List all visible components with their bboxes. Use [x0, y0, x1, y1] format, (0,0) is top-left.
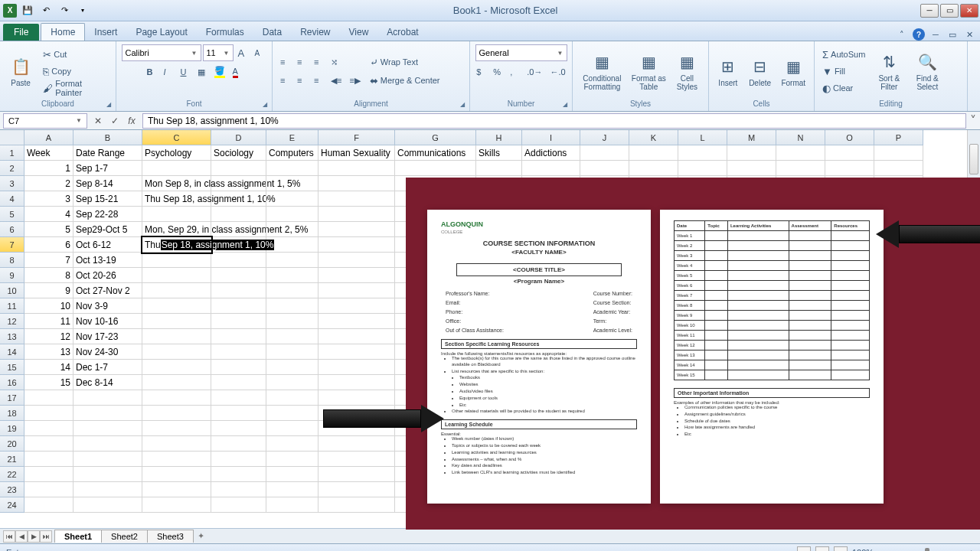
row-header-10[interactable]: 10	[0, 283, 24, 298]
column-header-K[interactable]: K	[629, 130, 678, 145]
row-header-18[interactable]: 18	[0, 406, 24, 421]
merge-center-button[interactable]: ⬌Merge & Center	[367, 73, 443, 88]
cell-A2[interactable]: 1	[24, 161, 74, 176]
doc-restore-button[interactable]: ▭	[946, 28, 959, 41]
cell-L1[interactable]	[678, 145, 727, 161]
tab-formulas[interactable]: Formulas	[197, 24, 253, 41]
cancel-edit-button[interactable]: ✕	[90, 113, 106, 129]
cell-F23[interactable]	[318, 482, 395, 497]
cell-D10[interactable]	[211, 283, 266, 298]
row-header-7[interactable]: 7	[0, 237, 24, 253]
row-header-5[interactable]: 5	[0, 207, 24, 222]
tab-home[interactable]: Home	[41, 23, 85, 41]
cell-F20[interactable]	[318, 436, 395, 452]
row-header-12[interactable]: 12	[0, 314, 24, 329]
grow-font-button[interactable]: A	[235, 45, 250, 60]
number-format-selector[interactable]: General▼	[475, 44, 567, 61]
close-button[interactable]: ✕	[960, 4, 978, 18]
confirm-edit-button[interactable]: ✓	[107, 113, 122, 129]
insert-cells-button[interactable]: ⊞Insert	[714, 46, 743, 96]
cell-F7[interactable]	[318, 237, 395, 253]
cell-L2[interactable]	[678, 161, 727, 176]
sheet-first-button[interactable]: ⏮	[3, 530, 15, 543]
increase-decimal-button[interactable]: .0→	[524, 64, 545, 80]
cell-E23[interactable]	[266, 482, 318, 497]
row-header-1[interactable]: 1	[0, 145, 24, 161]
cell-C23[interactable]	[142, 482, 211, 497]
cell-A23[interactable]	[24, 482, 74, 497]
row-header-3[interactable]: 3	[0, 176, 24, 191]
select-all-corner[interactable]	[0, 130, 24, 145]
cell-A19[interactable]	[24, 421, 74, 436]
cell-A9[interactable]: 8	[24, 268, 74, 283]
name-box[interactable]: C7▼	[3, 113, 87, 129]
cell-A18[interactable]	[24, 406, 74, 421]
cell-C7[interactable]: Thu Sep 18, assignment 1, 10%	[142, 237, 211, 253]
column-header-C[interactable]: C	[142, 130, 211, 145]
cell-P2[interactable]	[874, 161, 923, 176]
launcher-icon[interactable]: ◢	[263, 101, 267, 108]
help-button[interactable]: ?	[913, 28, 925, 41]
excel-icon[interactable]: X	[3, 4, 17, 18]
align-right-button[interactable]: ≡	[311, 73, 326, 88]
sheet-prev-button[interactable]: ◀	[15, 530, 28, 543]
cell-E9[interactable]	[266, 268, 318, 283]
cell-D18[interactable]	[211, 406, 266, 421]
cell-E15[interactable]	[266, 360, 318, 375]
cell-C16[interactable]	[142, 375, 211, 390]
cell-I2[interactable]	[522, 161, 580, 176]
normal-view-button[interactable]	[797, 546, 811, 552]
tab-acrobat[interactable]: Acrobat	[377, 24, 427, 41]
cell-C3[interactable]: Mon Sep 8, in class assignment 1, 5%	[142, 176, 211, 191]
column-header-B[interactable]: B	[74, 130, 142, 145]
cell-E22[interactable]	[266, 467, 318, 482]
cell-D13[interactable]	[211, 329, 266, 344]
clear-button[interactable]: ◐Clear	[819, 80, 868, 96]
column-header-E[interactable]: E	[266, 130, 318, 145]
column-header-F[interactable]: F	[318, 130, 395, 145]
cell-C19[interactable]	[142, 421, 211, 436]
cell-E1[interactable]: Computers	[266, 145, 318, 161]
cell-H1[interactable]: Skills	[476, 145, 522, 161]
doc-close-button[interactable]: ✕	[963, 28, 975, 41]
cell-D19[interactable]	[211, 421, 266, 436]
cell-E6[interactable]	[266, 222, 318, 237]
sheet-tab-2[interactable]: Sheet2	[101, 530, 148, 543]
cell-E18[interactable]	[266, 406, 318, 421]
zoom-in-button[interactable]: +	[969, 548, 974, 552]
cell-B2[interactable]: Sep 1-7	[74, 161, 142, 176]
cell-P1[interactable]	[874, 145, 923, 161]
tab-data[interactable]: Data	[253, 24, 291, 41]
delete-cells-button[interactable]: ⊟Delete	[746, 46, 775, 96]
cell-A12[interactable]: 11	[24, 314, 74, 329]
font-color-button[interactable]: A	[230, 64, 245, 80]
cell-E14[interactable]	[266, 344, 318, 360]
cell-F1[interactable]: Human Sexuality	[318, 145, 395, 161]
column-header-I[interactable]: I	[522, 130, 580, 145]
underline-button[interactable]: U	[178, 64, 193, 80]
tab-page-layout[interactable]: Page Layout	[126, 24, 196, 41]
cell-A14[interactable]: 13	[24, 344, 74, 360]
row-header-16[interactable]: 16	[0, 375, 24, 390]
align-top-button[interactable]: ≡	[277, 54, 292, 70]
format-painter-button[interactable]: 🖌Format Painter	[40, 80, 111, 96]
cell-C5[interactable]	[142, 207, 211, 222]
align-middle-button[interactable]: ≡	[294, 54, 309, 70]
cell-H2[interactable]	[476, 161, 522, 176]
cell-D6[interactable]	[211, 222, 266, 237]
conditional-formatting-button[interactable]: ▦Conditional Formatting	[577, 46, 627, 96]
scrollbar-thumb[interactable]	[969, 144, 978, 174]
tab-insert[interactable]: Insert	[85, 24, 126, 41]
cell-F4[interactable]	[318, 191, 395, 207]
column-header-D[interactable]: D	[211, 130, 266, 145]
cell-C6[interactable]: Mon, Sep 29, in class assignment 2, 5%	[142, 222, 211, 237]
row-header-24[interactable]: 24	[0, 497, 24, 513]
cell-B20[interactable]	[74, 436, 142, 452]
copy-button[interactable]: ⎘Copy	[40, 64, 111, 79]
wrap-text-button[interactable]: ⤶Wrap Text	[367, 54, 443, 70]
cell-A8[interactable]: 7	[24, 253, 74, 268]
align-center-button[interactable]: ≡	[294, 73, 309, 88]
cell-D20[interactable]	[211, 436, 266, 452]
cell-E24[interactable]	[266, 497, 318, 513]
cell-B21[interactable]	[74, 452, 142, 467]
